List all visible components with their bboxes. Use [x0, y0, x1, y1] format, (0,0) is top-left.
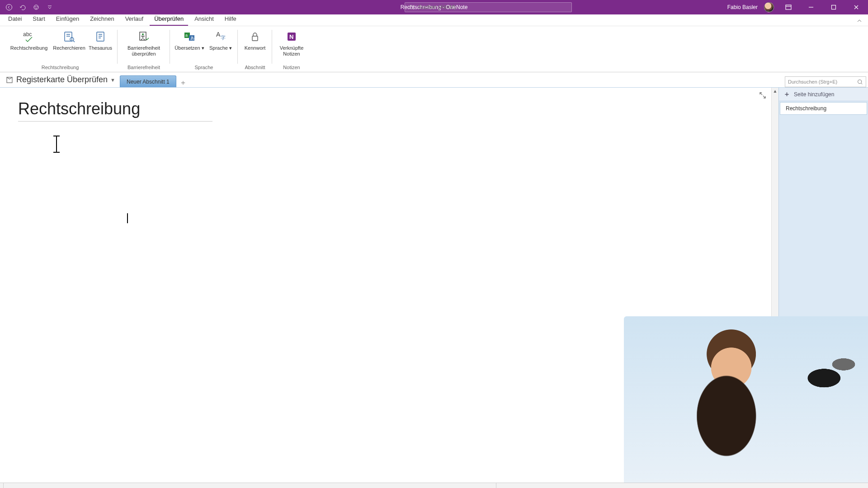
btn-kennwort[interactable]: Kennwort [241, 28, 269, 58]
chevron-down-icon: ▾ [229, 45, 232, 51]
tellme-search[interactable] [405, 2, 572, 12]
search-placeholder: Durchsuchen (Strg+E) [788, 79, 855, 84]
add-page-button[interactable]: ＋ Seite hinzufügen [779, 88, 868, 101]
page-title-input[interactable]: Rechtschreibung [18, 99, 212, 122]
btn-thesaurus-label: Thesaurus [89, 45, 112, 58]
btn-barrierefreiheit[interactable]: Barrierefreiheit überprüfen [121, 28, 166, 58]
btn-verknuepfte-notizen-label: Verknüpfte Notizen [276, 45, 307, 58]
menu-ansicht[interactable]: Ansicht [190, 14, 218, 26]
text-caret-icon [53, 136, 60, 153]
page-list-item[interactable]: Rechtschreibung [780, 102, 867, 115]
btn-rechtschreibung[interactable]: abc Rechtschreibung [6, 28, 52, 58]
svg-rect-6 [832, 5, 836, 9]
ribbon-group-notizen-label: Notizen [283, 65, 300, 71]
menu-start[interactable]: Start [28, 14, 49, 26]
btn-kennwort-label: Kennwort [245, 45, 265, 58]
ribbon-group-notizen: N Verknüpfte Notizen Notizen [272, 26, 311, 72]
btn-barrierefreiheit-label: Barrierefreiheit überprüfen [121, 45, 166, 58]
ribbon-group-abschnitt: Kennwort Abschnitt [238, 26, 272, 72]
nav-back-button[interactable] [5, 3, 14, 12]
tellme-input[interactable] [418, 4, 568, 10]
svg-point-4 [410, 5, 413, 9]
accessibility-icon [136, 29, 151, 44]
ribbon-group-rechtschreibung-label: Rechtschreibung [42, 65, 79, 71]
book-icon [93, 29, 108, 44]
onenote-link-icon: N [284, 29, 299, 44]
btn-recherchieren-label: Recherchieren [53, 45, 85, 58]
taskbar-sliver [0, 483, 868, 488]
btn-recherchieren[interactable]: Recherchieren [53, 28, 85, 58]
language-icon: A 字 [213, 29, 228, 44]
menu-zeichnen[interactable]: Zeichnen [85, 14, 118, 26]
menu-datei[interactable]: Datei [4, 14, 26, 26]
svg-text:a: a [185, 33, 188, 38]
book-search-icon [61, 29, 77, 44]
svg-point-1 [34, 5, 38, 9]
chevron-down-icon: ▾ [202, 45, 204, 51]
svg-rect-10 [97, 32, 104, 41]
plus-icon: ＋ [783, 90, 790, 99]
section-tab-row: Registerkarte Überprüfen ▼ Neuer Abschni… [0, 72, 868, 88]
ribbon-group-abschnitt-label: Abschnitt [245, 65, 265, 71]
add-page-label: Seite hinzufügen [794, 91, 834, 98]
ribbon-group-sprache-label: Sprache [195, 65, 213, 71]
svg-rect-19 [252, 36, 258, 41]
add-section-button[interactable]: ＋ [178, 78, 188, 87]
ribbon-display-button[interactable] [780, 0, 797, 14]
btn-rechtschreibung-label: Rechtschreibung [10, 45, 48, 58]
translate-icon: a あ [182, 29, 197, 44]
btn-uebersetzen-label: Übersetzen ▾ [175, 45, 204, 58]
section-search[interactable]: Durchsuchen (Strg+E) [785, 76, 866, 87]
scroll-up-button[interactable]: ▲ [772, 88, 778, 94]
btn-verknuepfte-notizen[interactable]: N Verknüpfte Notizen [276, 28, 307, 58]
svg-rect-8 [65, 32, 72, 41]
btn-uebersetzen[interactable]: a あ Übersetzen ▾ [174, 28, 205, 58]
abc-check-icon: abc [21, 29, 37, 44]
svg-rect-5 [786, 5, 791, 9]
menu-verlauf[interactable]: Verlauf [121, 14, 148, 26]
search-icon [857, 79, 863, 85]
svg-text:N: N [289, 33, 293, 40]
btn-sprache[interactable]: A 字 Sprache ▾ [207, 28, 234, 58]
svg-point-3 [37, 6, 37, 7]
svg-point-12 [142, 33, 144, 35]
menu-tabs: Datei Start Einfügen Zeichnen Verlauf Üb… [0, 14, 868, 26]
window-minimize-button[interactable] [803, 0, 819, 14]
ribbon-group-barrierefreiheit: Barrierefreiheit überprüfen Barrierefrei… [118, 26, 170, 72]
btn-thesaurus[interactable]: Thesaurus [87, 28, 114, 58]
ribbon-group-sprache: a あ Übersetzen ▾ A 字 Sprache ▾ [170, 26, 238, 72]
menu-hilfe[interactable]: Hilfe [220, 14, 241, 26]
notebook-name: Registerkarte Überprüfen [16, 75, 108, 84]
svg-point-0 [6, 5, 12, 10]
svg-text:A: A [216, 31, 221, 38]
fullscreen-button[interactable] [759, 91, 768, 100]
touch-mode-button[interactable] [32, 3, 41, 12]
btn-sprache-label: Sprache ▾ [209, 45, 232, 58]
qat-customize-button[interactable] [45, 3, 54, 12]
chevron-down-icon: ▼ [110, 77, 115, 83]
svg-point-23 [858, 80, 862, 83]
notebook-picker[interactable]: Registerkarte Überprüfen ▼ [3, 74, 118, 87]
menu-ueberpruefen[interactable]: Überprüfen [150, 14, 188, 26]
ribbon: abc Rechtschreibung Recherchieren [0, 26, 868, 72]
collapse-ribbon-button[interactable] [854, 16, 865, 26]
svg-point-2 [35, 6, 35, 7]
titlebar: Rechtschreibung - OneNote Fabio Basler [0, 0, 868, 14]
svg-text:abc: abc [23, 31, 32, 38]
window-close-button[interactable] [848, 0, 864, 14]
user-name[interactable]: Fabio Basler [727, 4, 758, 10]
ribbon-group-rechtschreibung: abc Rechtschreibung Recherchieren [3, 26, 118, 72]
ribbon-group-barrierefreiheit-label: Barrierefreiheit [127, 65, 160, 71]
svg-text:字: 字 [221, 35, 226, 40]
undo-button[interactable] [18, 3, 27, 12]
lock-icon [247, 29, 263, 44]
window-maximize-button[interactable] [826, 0, 842, 14]
webcam-overlay [624, 316, 868, 488]
menu-einfuegen[interactable]: Einfügen [52, 14, 84, 26]
user-avatar[interactable] [764, 2, 774, 12]
text-caret [127, 213, 128, 223]
section-tab-active[interactable]: Neuer Abschnitt 1 [120, 75, 176, 87]
svg-text:あ: あ [190, 36, 194, 40]
